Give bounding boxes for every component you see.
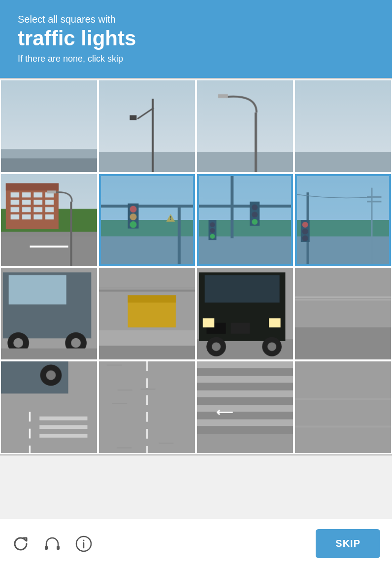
refresh-button[interactable]: [12, 535, 30, 553]
header-title: traffic lights: [18, 27, 374, 50]
audio-button[interactable]: [43, 535, 61, 553]
info-button[interactable]: [75, 535, 93, 553]
svg-rect-1: [57, 546, 60, 550]
grid-cell-7[interactable]: [294, 173, 392, 267]
grid-cell-14[interactable]: [196, 360, 294, 454]
grid-cell-8[interactable]: [0, 267, 98, 360]
image-grid: [0, 79, 392, 454]
skip-button[interactable]: SKIP: [316, 529, 380, 558]
grid-cell-0[interactable]: [0, 79, 98, 173]
svg-rect-0: [45, 546, 48, 550]
header-hint: If there are none, click skip: [18, 54, 374, 64]
grid-cell-3[interactable]: [294, 79, 392, 173]
captcha-header: Select all squares with traffic lights I…: [0, 0, 392, 78]
svg-point-4: [83, 539, 85, 541]
header-subtitle: Select all squares with: [18, 14, 374, 25]
grid-cell-11[interactable]: [294, 267, 392, 360]
grid-cell-6[interactable]: [196, 173, 294, 267]
grid-cell-1[interactable]: [98, 79, 196, 173]
grid-cell-5[interactable]: [98, 173, 196, 267]
footer-controls: [12, 535, 93, 553]
grid-cell-13[interactable]: [98, 360, 196, 454]
grid-cell-9[interactable]: [98, 267, 196, 360]
image-grid-container: [0, 78, 392, 456]
grid-cell-10[interactable]: [196, 267, 294, 360]
grid-cell-2[interactable]: [196, 79, 294, 173]
footer: SKIP: [0, 519, 392, 568]
grid-cell-12[interactable]: [0, 360, 98, 454]
grid-cell-15[interactable]: [294, 360, 392, 454]
grid-cell-4[interactable]: [0, 173, 98, 267]
